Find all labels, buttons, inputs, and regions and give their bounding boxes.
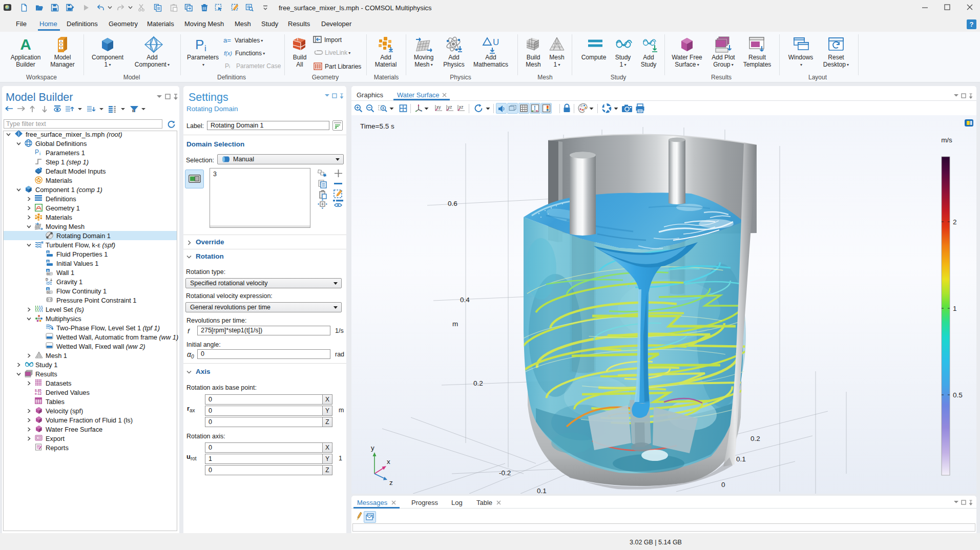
svg-text:A: A xyxy=(20,36,31,53)
svg-text:xy: xy xyxy=(436,104,441,110)
svg-text:x: x xyxy=(387,458,390,466)
svg-text:z: z xyxy=(389,479,393,486)
svg-text:0.1: 0.1 xyxy=(736,455,746,463)
svg-text:xz: xz xyxy=(459,104,464,110)
svg-text:Pi: Pi xyxy=(225,62,230,70)
svg-text:m/s: m/s xyxy=(941,136,952,144)
svg-text:e-12: e-12 xyxy=(35,392,41,395)
svg-text:0.2: 0.2 xyxy=(750,435,760,442)
svg-text:1: 1 xyxy=(953,305,957,312)
svg-text:0.5: 0.5 xyxy=(953,391,963,399)
svg-text:0.2: 0.2 xyxy=(473,379,483,387)
svg-text:D: D xyxy=(46,278,48,281)
svg-text:D: D xyxy=(47,269,49,272)
svg-text:0.6: 0.6 xyxy=(448,200,457,207)
svg-text:0.1: 0.1 xyxy=(537,487,547,494)
svg-text:i: i xyxy=(204,44,206,53)
svg-text:-0.2: -0.2 xyxy=(499,469,511,477)
svg-text:DC: DC xyxy=(47,291,51,294)
svg-text:P: P xyxy=(195,37,204,52)
svg-text:2: 2 xyxy=(953,218,957,226)
svg-text:a=: a= xyxy=(223,36,231,44)
svg-text:m: m xyxy=(452,320,458,328)
svg-text:y: y xyxy=(371,444,374,452)
svg-text:D: D xyxy=(47,288,49,291)
svg-text:0: 0 xyxy=(721,481,725,489)
svg-text:i: i xyxy=(39,151,40,156)
svg-text:U: U xyxy=(493,37,499,47)
svg-text:DC: DC xyxy=(47,273,51,276)
svg-text:yz: yz xyxy=(448,104,452,110)
svg-text:0.4: 0.4 xyxy=(460,296,470,304)
svg-text:P: P xyxy=(35,149,39,156)
svg-text:Time=5.5 s: Time=5.5 s xyxy=(360,122,394,130)
svg-text:D: D xyxy=(47,251,49,254)
svg-text:f(x): f(x) xyxy=(224,50,232,56)
svg-text:D: D xyxy=(47,260,49,263)
